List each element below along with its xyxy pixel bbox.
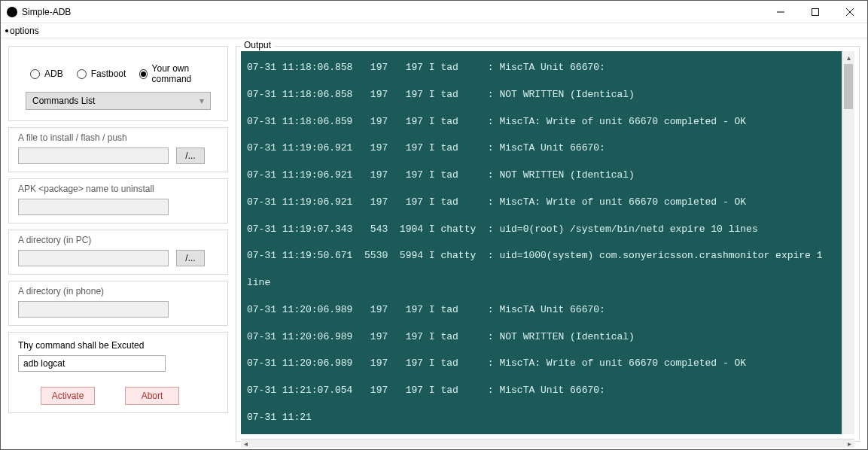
scroll-right-icon[interactable]: ▸ [848, 439, 851, 448]
window-title: Simple-ADB [22, 7, 71, 17]
dir-phone-label: A directory (in phone) [18, 286, 218, 296]
dir-phone-input[interactable] [18, 301, 169, 318]
commands-list-select[interactable]: Commands List ▾ [26, 92, 211, 110]
maximize-button[interactable] [798, 1, 833, 23]
radio-adb[interactable]: ADB [30, 68, 63, 79]
menu-bullet-icon [5, 29, 8, 32]
horizontal-scrollbar[interactable]: ◂ ▸ [241, 439, 854, 448]
menu-options[interactable]: options [10, 26, 39, 36]
left-panel: ADB Fastboot Your own command Commands L… [8, 46, 228, 442]
abort-button[interactable]: Abort [125, 387, 179, 405]
title-bar: Simple-ADB [1, 1, 867, 23]
scroll-thumb[interactable] [844, 64, 853, 109]
svg-rect-1 [812, 8, 819, 15]
dir-pc-browse-button[interactable]: /... [176, 250, 205, 266]
radio-own-label: Your own command [152, 63, 211, 84]
radio-fastboot[interactable]: Fastboot [77, 68, 126, 79]
minimize-button[interactable] [763, 1, 798, 23]
activate-button[interactable]: Activate [41, 387, 95, 405]
file-input[interactable] [18, 147, 169, 164]
app-icon [7, 7, 17, 17]
command-group: Thy command shall be Excuted adb logcat … [8, 332, 228, 413]
close-button[interactable] [833, 1, 867, 23]
radio-own-command[interactable]: Your own command [139, 63, 211, 84]
menu-bar: options [1, 23, 867, 38]
dir-pc-label: A directory (in PC) [18, 235, 218, 245]
apk-input[interactable] [18, 199, 169, 215]
scroll-up-icon[interactable]: ▴ [842, 51, 854, 64]
radio-fastboot-label: Fastboot [91, 68, 126, 79]
command-input[interactable]: adb logcat [18, 355, 166, 372]
apk-group: APK <package> name to uninstall [8, 178, 228, 223]
dir-phone-group: A directory (in phone) [8, 281, 228, 326]
radio-adb-label: ADB [44, 68, 63, 79]
dir-pc-input[interactable] [18, 250, 169, 266]
vertical-scrollbar[interactable]: ▴ [842, 51, 854, 434]
scroll-left-icon[interactable]: ◂ [244, 439, 248, 448]
mode-panel: ADB Fastboot Your own command Commands L… [8, 46, 228, 121]
dir-pc-group: A directory (in PC) /... [8, 230, 228, 275]
command-title: Thy command shall be Excuted [18, 340, 218, 351]
file-browse-button[interactable]: /... [176, 147, 205, 164]
file-group: A file to install / flash / push /... [8, 127, 228, 172]
output-panel: Output 07-31 11:18:06.858 197 197 I tad … [236, 46, 860, 442]
commands-list-label: Commands List [32, 96, 95, 106]
file-label: A file to install / flash / push [18, 132, 218, 143]
apk-label: APK <package> name to uninstall [18, 184, 218, 194]
output-label: Output [241, 40, 274, 50]
chevron-down-icon: ▾ [199, 96, 204, 106]
output-console[interactable]: 07-31 11:18:06.858 197 197 I tad : MiscT… [241, 51, 842, 434]
